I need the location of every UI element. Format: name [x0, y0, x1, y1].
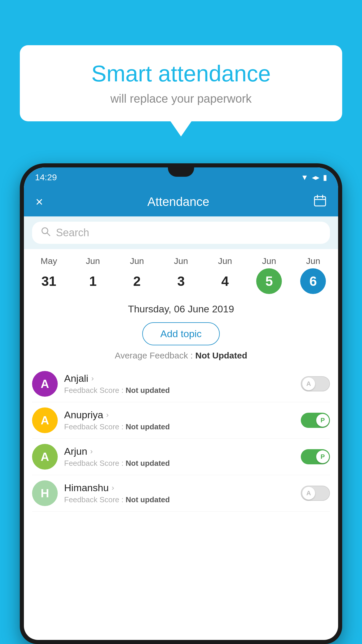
cal-month-label: Jun [262, 256, 276, 266]
toggle-thumb: P [316, 450, 329, 463]
toggle-wrapper: P [301, 413, 330, 428]
phone-inner: 14:29 ▼ ◂▸ ▮ × Attendance [24, 167, 338, 640]
attendance-toggle[interactable]: P [301, 413, 330, 428]
cal-day[interactable]: Jun1 [73, 256, 113, 294]
toggle-thumb: A [302, 487, 315, 500]
svg-rect-0 [314, 197, 326, 206]
toggle-wrapper: A [301, 486, 330, 501]
avg-feedback: Average Feedback : Not Updated [24, 351, 338, 366]
cal-month-label: Jun [174, 256, 188, 266]
cal-day[interactable]: Jun4 [205, 256, 245, 294]
status-bar: 14:29 ▼ ◂▸ ▮ [24, 167, 338, 187]
cal-month-label: May [41, 256, 57, 266]
student-info: Himanshu›Feedback Score : Not updated [64, 482, 294, 504]
status-time: 14:29 [35, 172, 57, 182]
student-name-text: Arjun [64, 446, 87, 457]
speech-bubble: Smart attendance will replace your paper… [20, 45, 342, 121]
student-item: AArjun›Feedback Score : Not updatedP [32, 439, 330, 475]
cal-date-number: 4 [212, 268, 238, 294]
student-feedback-score: Feedback Score : Not updated [64, 422, 294, 431]
cal-date-number: 31 [36, 268, 62, 294]
calendar-icon[interactable] [314, 194, 326, 210]
cal-day[interactable]: Jun3 [161, 256, 201, 294]
student-feedback-score: Feedback Score : Not updated [64, 459, 294, 468]
avatar: H [32, 480, 58, 506]
student-name-text: Anupriya [64, 409, 103, 421]
student-name[interactable]: Himanshu› [64, 482, 294, 494]
cal-day[interactable]: May31 [29, 256, 69, 294]
header-title: Attendance [147, 195, 210, 209]
student-feedback-score: Feedback Score : Not updated [64, 386, 294, 395]
speech-bubble-wrapper: Smart attendance will replace your paper… [20, 45, 342, 121]
toggle-wrapper: P [301, 449, 330, 464]
student-info: Anjali›Feedback Score : Not updated [64, 373, 294, 395]
chevron-right-icon: › [112, 483, 114, 492]
student-feedback-score: Feedback Score : Not updated [64, 495, 294, 504]
selected-date-info: Thursday, 06 June 2019 [24, 297, 338, 319]
battery-icon: ▮ [323, 173, 327, 182]
cal-date-number: 2 [124, 268, 150, 294]
student-info: Anupriya›Feedback Score : Not updated [64, 409, 294, 431]
attendance-toggle[interactable]: A [301, 376, 330, 391]
student-name[interactable]: Anjali› [64, 373, 294, 384]
cal-date-number: 3 [168, 268, 194, 294]
chevron-right-icon: › [90, 447, 93, 456]
search-bar-wrapper: Search [24, 216, 338, 249]
student-info: Arjun›Feedback Score : Not updated [64, 446, 294, 468]
student-list: AAnjali›Feedback Score : Not updatedAAAn… [24, 366, 338, 512]
avatar: A [32, 371, 58, 397]
chevron-right-icon: › [91, 374, 94, 383]
cal-date-number: 5 [256, 268, 282, 294]
cal-day[interactable]: Jun6 [293, 256, 333, 294]
add-topic-button[interactable]: Add topic [142, 322, 220, 345]
cal-month-label: Jun [306, 256, 320, 266]
cal-date-number: 1 [80, 268, 106, 294]
avg-feedback-value: Not Updated [195, 351, 247, 360]
toggle-thumb: P [316, 414, 329, 427]
bubble-subtitle: will replace your paperwork [37, 92, 325, 105]
toggle-wrapper: A [301, 376, 330, 391]
close-button[interactable]: × [36, 195, 43, 209]
avg-feedback-label: Average Feedback : [115, 351, 195, 360]
svg-line-5 [47, 233, 50, 236]
student-name-text: Himanshu [64, 482, 109, 494]
notch [168, 167, 194, 177]
cal-month-label: Jun [86, 256, 100, 266]
status-icons: ▼ ◂▸ ▮ [301, 173, 327, 182]
student-item: HHimanshu›Feedback Score : Not updatedA [32, 475, 330, 512]
search-placeholder: Search [56, 227, 89, 239]
app-header: × Attendance [24, 187, 338, 216]
cal-day[interactable]: Jun5 [249, 256, 289, 294]
signal-icon: ◂▸ [312, 173, 319, 182]
student-item: AAnupriya›Feedback Score : Not updatedP [32, 402, 330, 439]
avatar: A [32, 444, 58, 470]
chevron-right-icon: › [106, 410, 109, 419]
toggle-thumb: A [302, 377, 315, 390]
student-name[interactable]: Arjun› [64, 446, 294, 457]
attendance-toggle[interactable]: A [301, 486, 330, 501]
phone-frame: 14:29 ▼ ◂▸ ▮ × Attendance [20, 163, 342, 644]
cal-month-label: Jun [218, 256, 232, 266]
student-item: AAnjali›Feedback Score : Not updatedA [32, 366, 330, 402]
cal-month-label: Jun [130, 256, 144, 266]
search-icon [41, 227, 51, 239]
cal-date-number: 6 [300, 268, 326, 294]
student-name-text: Anjali [64, 373, 88, 384]
add-topic-wrapper: Add topic [24, 319, 338, 351]
search-bar[interactable]: Search [32, 222, 330, 244]
calendar-strip: May31Jun1Jun2Jun3Jun4Jun5Jun6 [24, 249, 338, 297]
attendance-toggle[interactable]: P [301, 449, 330, 464]
avatar: A [32, 407, 58, 433]
student-name[interactable]: Anupriya› [64, 409, 294, 421]
bubble-title: Smart attendance [37, 61, 325, 86]
cal-day[interactable]: Jun2 [117, 256, 157, 294]
wifi-icon: ▼ [301, 173, 308, 182]
